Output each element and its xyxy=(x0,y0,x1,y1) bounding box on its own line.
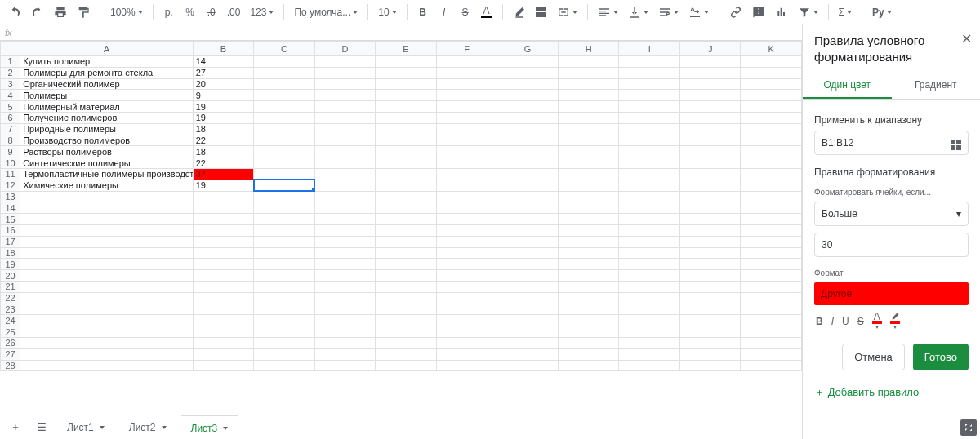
cell[interactable] xyxy=(679,292,741,304)
cell[interactable] xyxy=(497,202,559,214)
cell[interactable] xyxy=(254,270,315,282)
cell[interactable] xyxy=(436,78,497,90)
cell[interactable] xyxy=(436,168,497,180)
cell[interactable] xyxy=(741,337,802,348)
cell[interactable] xyxy=(314,247,376,259)
cell[interactable] xyxy=(436,259,497,270)
cell[interactable] xyxy=(376,67,437,78)
cell[interactable] xyxy=(497,157,559,169)
cell[interactable] xyxy=(20,315,194,326)
add-sheet-button[interactable]: ＋ xyxy=(5,417,26,438)
row-header[interactable]: 14 xyxy=(1,202,20,214)
row-header[interactable]: 18 xyxy=(1,247,20,259)
cell[interactable] xyxy=(619,247,680,259)
functions-button[interactable]: Σ xyxy=(835,2,855,22)
cell[interactable] xyxy=(254,157,315,169)
cell[interactable] xyxy=(558,101,619,113)
cell[interactable] xyxy=(679,56,741,68)
italic-button[interactable]: I xyxy=(435,2,453,22)
cell[interactable] xyxy=(314,157,376,169)
col-header[interactable]: B xyxy=(193,42,254,56)
cell[interactable] xyxy=(679,180,741,191)
cell[interactable] xyxy=(741,90,802,101)
cell[interactable] xyxy=(619,157,680,169)
cell[interactable]: 19 xyxy=(193,180,254,191)
cancel-button[interactable]: Отмена xyxy=(842,344,905,370)
cell[interactable] xyxy=(497,292,559,304)
cell[interactable] xyxy=(497,78,559,90)
zoom-select[interactable]: 100% xyxy=(107,2,146,22)
cell[interactable] xyxy=(314,146,376,157)
cell[interactable] xyxy=(619,90,680,101)
text-rotation-button[interactable] xyxy=(685,2,712,22)
cell[interactable] xyxy=(497,112,559,123)
cell[interactable] xyxy=(20,236,194,247)
cell[interactable] xyxy=(679,304,741,315)
tab-gradient[interactable]: Градиент xyxy=(892,73,981,99)
cell[interactable] xyxy=(558,224,619,236)
cell[interactable] xyxy=(619,202,680,214)
cell[interactable] xyxy=(436,90,497,101)
cell[interactable] xyxy=(619,214,680,225)
font-select[interactable]: По умолча... xyxy=(291,2,361,22)
cell[interactable] xyxy=(741,348,802,360)
cell[interactable] xyxy=(619,326,680,338)
cell[interactable] xyxy=(619,270,680,282)
row-header[interactable]: 4 xyxy=(1,90,20,101)
add-rule-button[interactable]: ＋ Добавить правило xyxy=(814,385,969,400)
cell[interactable] xyxy=(619,168,680,180)
insert-link-button[interactable] xyxy=(726,2,746,22)
cell[interactable] xyxy=(436,348,497,360)
cell[interactable] xyxy=(619,259,680,270)
row-header[interactable]: 17 xyxy=(1,236,20,247)
cell[interactable] xyxy=(20,270,194,282)
cell[interactable] xyxy=(679,214,741,225)
cell[interactable] xyxy=(254,180,315,191)
cell[interactable] xyxy=(619,191,680,202)
cell[interactable] xyxy=(20,247,194,259)
cell[interactable] xyxy=(314,348,376,360)
cell[interactable] xyxy=(619,292,680,304)
percent-format-button[interactable]: % xyxy=(181,2,199,22)
cell[interactable]: Органический полимер xyxy=(20,78,194,90)
cell[interactable] xyxy=(254,191,315,202)
cell[interactable] xyxy=(741,101,802,113)
cell[interactable] xyxy=(436,281,497,292)
cell[interactable] xyxy=(679,247,741,259)
cell[interactable] xyxy=(193,236,254,247)
row-header[interactable]: 27 xyxy=(1,348,20,360)
cell[interactable] xyxy=(376,348,437,360)
cell[interactable] xyxy=(314,315,376,326)
mini-text-color-button[interactable]: A▾ xyxy=(872,312,882,330)
cell[interactable] xyxy=(193,337,254,348)
cell[interactable] xyxy=(254,224,315,236)
cell[interactable] xyxy=(193,247,254,259)
cell[interactable] xyxy=(558,360,619,371)
cell[interactable] xyxy=(436,214,497,225)
cell[interactable] xyxy=(20,304,194,315)
cell[interactable] xyxy=(254,112,315,123)
cell[interactable] xyxy=(619,180,680,191)
cell[interactable] xyxy=(436,315,497,326)
cell[interactable] xyxy=(193,315,254,326)
cell[interactable] xyxy=(497,67,559,78)
cell[interactable] xyxy=(497,360,559,371)
cell[interactable] xyxy=(558,202,619,214)
cell[interactable] xyxy=(741,292,802,304)
cell[interactable] xyxy=(376,337,437,348)
col-header[interactable]: A xyxy=(20,42,194,56)
col-header[interactable]: G xyxy=(497,42,559,56)
cell[interactable] xyxy=(376,180,437,191)
col-header[interactable]: F xyxy=(436,42,497,56)
cell[interactable] xyxy=(558,281,619,292)
cell[interactable] xyxy=(436,326,497,338)
insert-comment-button[interactable] xyxy=(749,2,768,22)
cell[interactable] xyxy=(314,78,376,90)
cell[interactable] xyxy=(376,191,437,202)
cell[interactable] xyxy=(497,214,559,225)
cell[interactable] xyxy=(619,101,680,113)
cell[interactable] xyxy=(376,157,437,169)
cell[interactable] xyxy=(193,326,254,338)
cell[interactable] xyxy=(376,259,437,270)
cell[interactable] xyxy=(741,236,802,247)
